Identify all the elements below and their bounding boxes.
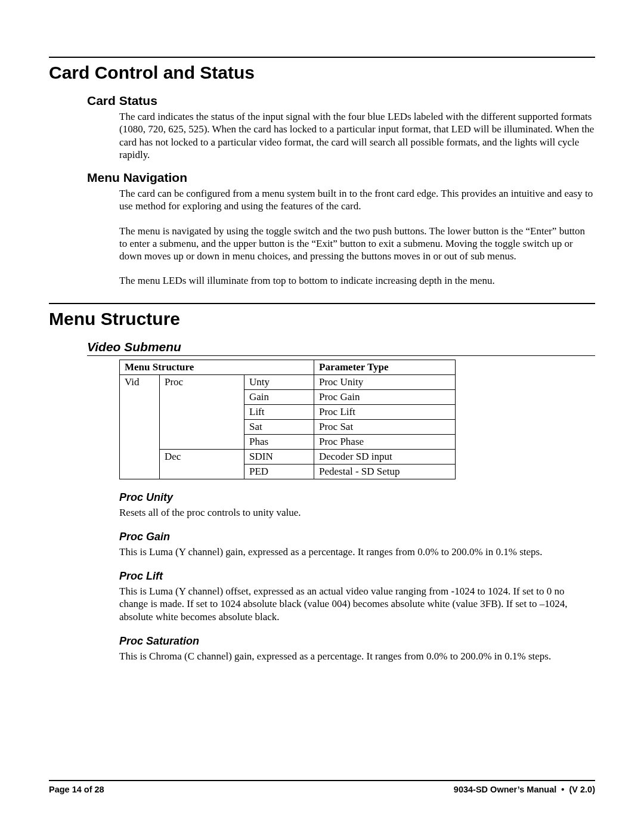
heading-card-status: Card Status [87, 94, 595, 108]
cell: Phas [244, 434, 314, 449]
table-header-row: Menu Structure Parameter Type [120, 360, 456, 374]
heading-proc-unity: Proc Unity [119, 491, 595, 504]
heading-proc-saturation: Proc Saturation [119, 635, 595, 648]
table-header-menu-structure: Menu Structure [120, 360, 314, 374]
cell: Sat [244, 419, 314, 434]
heading-video-submenu: Video Submenu [87, 340, 595, 356]
paragraph-menu-nav-2: The menu is navigated by using the toggl… [119, 225, 595, 263]
cell: Proc Gain [314, 389, 456, 404]
paragraph-menu-nav-3: The menu LEDs will illuminate from top t… [119, 274, 595, 287]
cell: Lift [244, 404, 314, 419]
cell-vid: Vid [120, 374, 160, 479]
top-rule-1 [49, 57, 595, 58]
paragraph-proc-unity: Resets all of the proc controls to unity… [119, 506, 595, 519]
cell-dec: Dec [160, 449, 244, 479]
table-header-parameter-type: Parameter Type [314, 360, 456, 374]
footer-page-number: Page 14 of 28 [49, 785, 104, 794]
paragraph-proc-saturation: This is Chroma (C channel) gain, express… [119, 650, 595, 662]
page: Card Control and Status Card Status The … [0, 0, 644, 833]
footer-manual-version: 9034-SD Owner’s Manual • (V 2.0) [454, 785, 595, 794]
paragraph-proc-gain: This is Luma (Y channel) gain, expressed… [119, 546, 595, 558]
heading-proc-gain: Proc Gain [119, 531, 595, 543]
cell: Proc Phase [314, 434, 456, 449]
video-submenu-table: Menu Structure Parameter Type Vid Proc U… [119, 360, 456, 479]
cell: Proc Sat [314, 419, 456, 434]
cell: Decoder SD input [314, 449, 456, 464]
heading-menu-navigation: Menu Navigation [87, 171, 595, 185]
heading-proc-lift: Proc Lift [119, 570, 595, 583]
paragraph-proc-lift: This is Luma (Y channel) offset, express… [119, 585, 595, 623]
page-footer: Page 14 of 28 9034-SD Owner’s Manual • (… [49, 780, 595, 794]
cell: Proc Unity [314, 374, 456, 389]
table-row: Vid Proc Unty Proc Unity [120, 374, 456, 389]
top-rule-2 [49, 303, 595, 304]
table-row: Dec SDIN Decoder SD input [120, 449, 456, 464]
heading-menu-structure: Menu Structure [49, 309, 595, 329]
heading-card-control-status: Card Control and Status [49, 63, 595, 83]
cell: Unty [244, 374, 314, 389]
cell: PED [244, 464, 314, 479]
cell: Proc Lift [314, 404, 456, 419]
cell: Gain [244, 389, 314, 404]
paragraph-card-status: The card indicates the status of the inp… [119, 110, 595, 161]
cell: Pedestal - SD Setup [314, 464, 456, 479]
cell: SDIN [244, 449, 314, 464]
paragraph-menu-nav-1: The card can be configured from a menu s… [119, 187, 595, 213]
cell-proc: Proc [160, 374, 244, 449]
